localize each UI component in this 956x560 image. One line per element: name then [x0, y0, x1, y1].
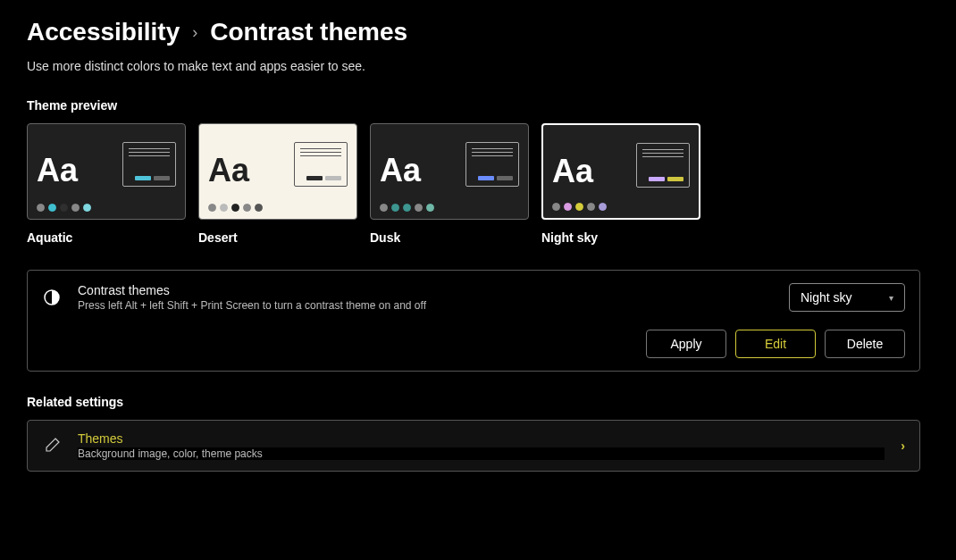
theme-preview-box: Aa — [370, 123, 529, 220]
theme-preview-box: Aa — [198, 123, 357, 220]
theme-preview-box: Aa — [541, 123, 700, 220]
color-swatches — [37, 204, 176, 212]
theme-preview-card[interactable]: AaNight sky — [541, 123, 700, 245]
color-swatches — [552, 203, 690, 211]
setting-subtitle: Press left Alt + left Shift + Print Scre… — [78, 299, 773, 312]
theme-preview-card[interactable]: AaDusk — [370, 123, 529, 245]
theme-preview-header: Theme preview — [27, 98, 929, 113]
contrast-icon — [42, 288, 62, 307]
mini-window-icon — [465, 142, 519, 187]
related-settings-header: Related settings — [27, 395, 929, 409]
theme-preview-label: Dusk — [370, 230, 529, 245]
theme-preview-label: Desert — [198, 230, 357, 245]
theme-dropdown[interactable]: Night sky ▾ — [789, 283, 905, 312]
theme-preview-box: Aa — [27, 123, 186, 220]
breadcrumb-current: Contrast themes — [210, 18, 407, 46]
sample-text: Aa — [208, 155, 249, 187]
related-title: Themes — [78, 431, 885, 446]
breadcrumb: Accessibility › Contrast themes — [27, 18, 929, 46]
theme-preview-card[interactable]: AaDesert — [198, 123, 357, 245]
sample-text: Aa — [552, 155, 593, 188]
sample-text: Aa — [37, 155, 78, 187]
brush-icon — [42, 436, 62, 456]
mini-window-icon — [636, 143, 690, 188]
color-swatches — [380, 204, 519, 212]
setting-title: Contrast themes — [78, 283, 773, 297]
chevron-right-icon: › — [192, 23, 197, 42]
color-swatches — [208, 204, 348, 212]
mini-window-icon — [122, 142, 176, 187]
theme-preview-card[interactable]: AaAquatic — [27, 123, 186, 245]
chevron-right-icon: › — [901, 439, 905, 453]
sample-text: Aa — [380, 155, 421, 187]
related-themes-link[interactable]: Themes Background image, color, theme pa… — [27, 420, 920, 472]
page-subtitle: Use more distinct colors to make text an… — [27, 59, 929, 73]
contrast-theme-setting-panel: Contrast themes Press left Alt + left Sh… — [27, 270, 920, 372]
delete-button[interactable]: Delete — [825, 330, 905, 358]
edit-button[interactable]: Edit — [735, 330, 816, 358]
apply-button[interactable]: Apply — [646, 330, 726, 358]
theme-preview-label: Night sky — [541, 230, 700, 245]
theme-dropdown-value: Night sky — [801, 290, 852, 305]
mini-window-icon — [294, 142, 348, 187]
related-subtitle: Background image, color, theme packs — [78, 447, 885, 460]
theme-preview-label: Aquatic — [27, 230, 186, 245]
breadcrumb-parent[interactable]: Accessibility — [27, 18, 180, 46]
theme-previews: AaAquaticAaDesertAaDuskAaNight sky — [27, 123, 929, 245]
chevron-down-icon: ▾ — [889, 293, 893, 303]
